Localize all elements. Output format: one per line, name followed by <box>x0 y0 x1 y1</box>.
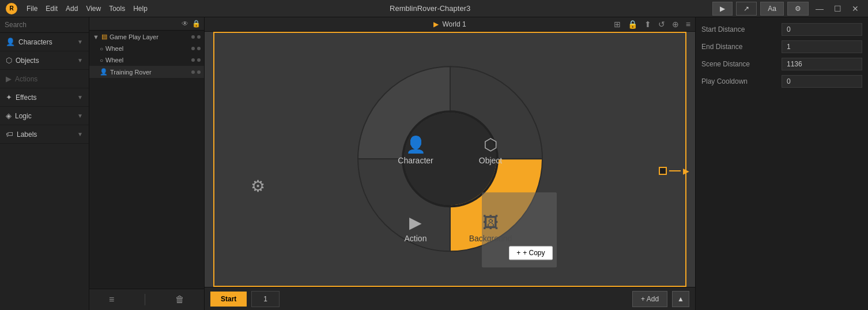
titlebar-left: R File Edit Add View Tools Help <box>6 3 148 14</box>
hierarchy-panel: 👁 🔒 ▼ ▤ Game Play Layer ○ Wheel <box>89 17 205 310</box>
copy-popup[interactable]: + + Copy <box>509 246 552 260</box>
node-connector: ▶ <box>659 166 689 175</box>
maximize-button[interactable]: ☐ <box>831 3 845 14</box>
layers-icon[interactable]: ≡ <box>109 294 114 305</box>
menu-edit[interactable]: Edit <box>46 5 58 13</box>
menu-tools[interactable]: Tools <box>109 5 125 13</box>
svg-text:👤: 👤 <box>405 135 425 154</box>
titlebar-menus: File Edit Add View Tools Help <box>27 5 148 13</box>
hier-dot6 <box>197 58 201 62</box>
upload-icon[interactable]: ⬆ <box>644 20 651 29</box>
hier-item-wheel1[interactable]: ○ Wheel <box>89 43 204 54</box>
font-button[interactable]: Aa <box>760 2 784 16</box>
prop-scene-distance-value[interactable] <box>782 58 862 70</box>
hier-item-wheel2[interactable]: ○ Wheel <box>89 54 204 66</box>
add-button[interactable]: + Add <box>632 291 667 307</box>
hierarchy-header: 👁 🔒 <box>89 17 204 31</box>
visibility-icon[interactable]: 👁 <box>182 20 188 28</box>
app-controls: ▶ ↗ Aa ⚙ — ☐ ✕ <box>712 2 862 16</box>
node-arrow: ▶ <box>683 166 689 175</box>
number-display: 1 <box>251 291 280 307</box>
circle-icon: ○ <box>100 46 103 52</box>
effects-arrow: ▼ <box>77 94 83 100</box>
node-line <box>669 170 681 171</box>
world-indicator: ▶ World 1 <box>433 20 466 28</box>
characters-label: Characters <box>18 38 52 46</box>
characters-icon: 👤 <box>6 38 15 46</box>
sidebar-item-labels[interactable]: 🏷 Labels ▼ <box>0 125 89 144</box>
effects-label: Effects <box>16 94 36 102</box>
hier-dot1 <box>191 35 195 39</box>
search-input[interactable] <box>5 21 91 29</box>
titlebar: R File Edit Add View Tools Help RemblinR… <box>0 0 868 17</box>
collapse-button[interactable]: ▲ <box>672 291 689 307</box>
hier-item-game-play-layer[interactable]: ▼ ▤ Game Play Layer <box>89 31 204 43</box>
start-button[interactable]: Start <box>210 292 247 307</box>
prop-play-cooldown-label: Play Cooldown <box>701 77 748 85</box>
prop-play-cooldown-value[interactable] <box>782 75 862 88</box>
radial-menu[interactable]: 👤 Character ⬡ Object ▶ Action 🖼 Backgrou… <box>341 49 560 270</box>
sidebar-item-effects[interactable]: ✦ Effects ▼ <box>0 88 89 107</box>
menu-view[interactable]: View <box>86 5 101 13</box>
divider <box>145 294 145 305</box>
prop-play-cooldown: Play Cooldown <box>701 75 862 88</box>
play-button[interactable]: ▶ <box>712 2 733 16</box>
hierarchy-footer: ≡ 🗑 <box>89 289 204 310</box>
menu-add[interactable]: Add <box>66 5 78 13</box>
border-top <box>213 32 686 33</box>
prop-start-distance-value[interactable] <box>782 23 862 36</box>
sidebar-item-characters[interactable]: 👤 Characters ▼ <box>0 33 89 51</box>
close-button[interactable]: ✕ <box>848 3 862 14</box>
svg-text:Object: Object <box>478 156 502 165</box>
sidebar-item-logic[interactable]: ◈ Logic ▼ <box>0 107 89 125</box>
objects-icon: ⬡ <box>6 56 12 65</box>
hier-item-training-rover[interactable]: 👤 Training Rover <box>89 66 204 78</box>
prop-end-distance-value[interactable] <box>782 40 862 53</box>
hier-dot2 <box>197 35 201 39</box>
rover-icon: ⚙ <box>251 177 265 196</box>
canvas-area: ▶ World 1 ⊞ 🔒 ⬆ ↺ ⊕ ≡ <box>205 17 695 310</box>
properties-panel: Start Distance End Distance Scene Distan… <box>695 17 868 310</box>
prop-end-distance-label: End Distance <box>701 43 742 51</box>
bottom-bar: Start 1 + Add ▲ <box>205 287 695 310</box>
prop-scene-distance: Scene Distance <box>701 58 862 70</box>
hier-label-wheel2: Wheel <box>105 57 123 64</box>
svg-text:⬡: ⬡ <box>484 136 497 154</box>
person-icon: 👤 <box>100 68 108 76</box>
lock-canvas-icon[interactable]: 🔒 <box>628 20 637 29</box>
grid-icon[interactable]: ⊞ <box>614 20 621 29</box>
export-button[interactable]: ↗ <box>736 2 757 16</box>
plus-icon: + <box>516 249 520 257</box>
labels-arrow: ▼ <box>77 131 83 137</box>
rover-preview: ⚙ <box>251 177 265 196</box>
refresh-icon[interactable]: ↺ <box>658 20 665 29</box>
settings-button[interactable]: ⚙ <box>787 2 809 16</box>
main-layout: 🔍 👤 Characters ▼ ⬡ Objects ▼ ▶ Actions <box>0 17 868 310</box>
sidebar-item-objects[interactable]: ⬡ Objects ▼ <box>0 51 89 70</box>
sidebar-item-actions[interactable]: ▶ Actions <box>0 70 89 88</box>
canvas-main[interactable]: ▶ 👤 <box>205 32 695 310</box>
prop-start-distance: Start Distance <box>701 23 862 36</box>
canvas-toolbar: ▶ World 1 ⊞ 🔒 ⬆ ↺ ⊕ ≡ <box>205 17 695 32</box>
logic-label: Logic <box>15 112 32 120</box>
lock-icon[interactable]: 🔒 <box>192 20 201 28</box>
hier-dot4 <box>197 47 201 50</box>
logic-icon: ◈ <box>6 111 12 120</box>
hier-label-wheel1: Wheel <box>105 45 123 52</box>
copy-label: + Copy <box>523 249 545 257</box>
border-right <box>685 32 686 287</box>
node-box <box>659 167 667 175</box>
delete-icon[interactable]: 🗑 <box>175 294 184 305</box>
characters-arrow: ▼ <box>77 39 83 45</box>
hier-label-training-rover: Training Rover <box>110 69 152 76</box>
sidebar: 🔍 👤 Characters ▼ ⬡ Objects ▼ ▶ Actions <box>0 17 89 310</box>
actions-icon: ▶ <box>6 74 12 83</box>
hier-dot3 <box>191 47 195 50</box>
menu-file[interactable]: File <box>27 5 37 13</box>
menu-help[interactable]: Help <box>133 5 148 13</box>
minimize-button[interactable]: — <box>812 3 827 14</box>
svg-text:▶: ▶ <box>409 214 422 231</box>
link-icon[interactable]: ⊕ <box>672 20 679 29</box>
menu-icon[interactable]: ≡ <box>686 20 690 29</box>
prop-end-distance: End Distance <box>701 40 862 53</box>
